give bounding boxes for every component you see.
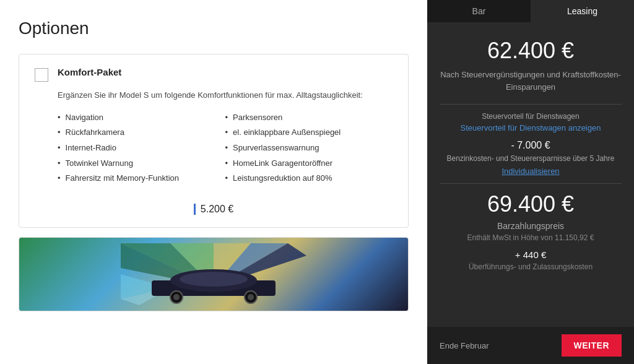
option-price-row: 5.200 € (35, 197, 393, 215)
svg-point-13 (173, 294, 180, 300)
feature-spurverlassung: Spurverlassenswarnung (225, 141, 393, 156)
tax-link[interactable]: Steuervorteil für Dienstwagen anzeigen (440, 123, 622, 132)
savings-link[interactable]: Individualisieren (440, 167, 622, 176)
svg-point-10 (180, 272, 248, 287)
price-indicator (194, 204, 196, 215)
feature-totwinkel: Totwinkel Warnung (58, 156, 225, 171)
extra-cost-description: Überführungs- und Zulassungskosten (440, 262, 622, 271)
main-savings-price: 62.400 € (440, 38, 622, 64)
right-panel: Bar Leasing 62.400 € Nach Steuervergünst… (427, 0, 634, 364)
weiter-button[interactable]: WEITER (562, 334, 622, 357)
feature-col-left: Navigation Rückfahrkamera Internet-Radio… (58, 110, 225, 186)
feature-aussenspiegel: el. einklappbare Außenspiegel (225, 125, 393, 141)
feature-leistungsreduktion: Leistungsreduktion auf 80% (225, 171, 393, 186)
tax-label: Steuervorteil für Dienstwagen (440, 112, 622, 121)
option-description: Ergänzen Sie ihr Model S um folgende Kom… (58, 89, 393, 102)
tax-section: Steuervorteil für Dienstwagen Steuervort… (440, 112, 622, 132)
page-title: Optionen (19, 19, 409, 38)
svg-point-14 (248, 294, 254, 300)
tab-leasing[interactable]: Leasing (531, 0, 634, 22)
feature-homelink: HomeLink Garagentoröffner (225, 156, 393, 171)
tabs: Bar Leasing (427, 0, 634, 22)
vat-info: Enthält MwSt in Höhe von 11.150,92 € (440, 233, 622, 242)
divider-2 (440, 183, 622, 184)
feature-fahrersitz: Fahrersitz mit Memory-Funktion (58, 171, 225, 186)
bottom-bar: Ende Februar WEITER (427, 327, 634, 364)
feature-navigation: Navigation (58, 110, 225, 126)
feature-internet-radio: Internet-Radio (58, 141, 225, 156)
final-price: 69.400 € (440, 191, 622, 217)
car-image-section (19, 237, 409, 311)
savings-amount: - 7.000 € (440, 140, 622, 151)
main-price-description: Nach Steuervergünstigungen und Kraftstof… (440, 69, 622, 93)
right-content: 62.400 € Nach Steuervergünstigungen und … (427, 22, 634, 327)
feature-rueckfahrkamera: Rückfahrkamera (58, 125, 225, 141)
option-checkbox[interactable] (35, 68, 48, 82)
left-panel: Optionen Komfort-Paket Ergänzen Sie ihr … (0, 0, 427, 364)
option-title: Komfort-Paket (58, 67, 121, 77)
final-price-label: Barzahlungspreis (440, 221, 622, 231)
savings-description: Benzinkosten- und Steuerersparnisse über… (440, 154, 622, 164)
option-header: Komfort-Paket (35, 67, 393, 82)
divider-1 (440, 104, 622, 105)
feature-parksensoren: Parksensoren (225, 110, 393, 126)
option-card-komfort: Komfort-Paket Ergänzen Sie ihr Model S u… (19, 54, 409, 228)
delivery-info: Ende Februar (440, 341, 489, 350)
option-price: 5.200 € (201, 204, 233, 215)
car-svg (121, 243, 306, 305)
extra-cost: + 440 € (440, 249, 622, 260)
feature-col-right: Parksensoren el. einklappbare Außenspieg… (225, 110, 393, 186)
option-features: Navigation Rückfahrkamera Internet-Radio… (58, 110, 393, 186)
tab-bar[interactable]: Bar (427, 0, 531, 22)
